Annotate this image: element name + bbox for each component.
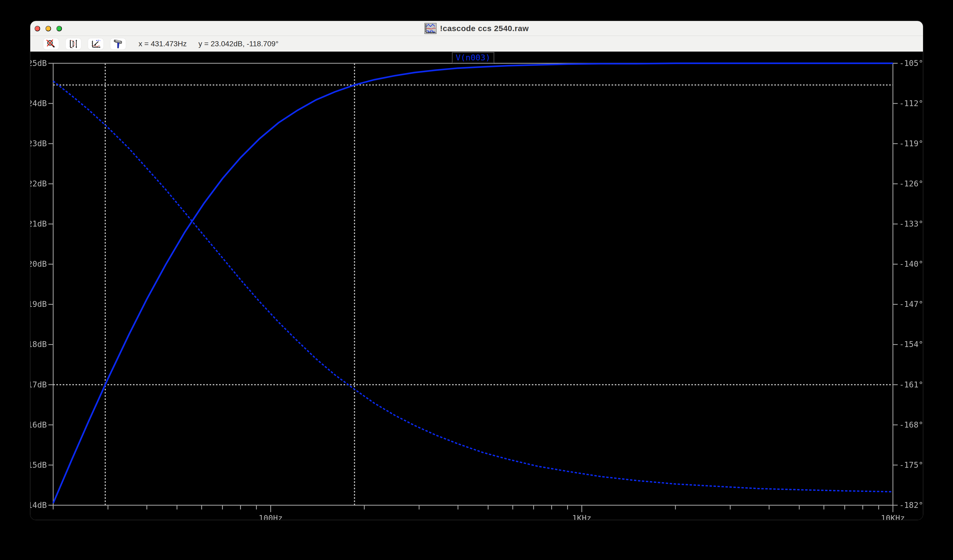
toolbar: x = 431.473Hz y = 23.042dB, -118.709°	[30, 36, 923, 51]
zoom-full-extents-button[interactable]	[43, 38, 59, 50]
cursor-x-readout: x = 431.473Hz	[138, 40, 187, 48]
control-panel-button[interactable]	[110, 38, 126, 50]
desktop-background: !cascode ccs 2540.raw	[0, 0, 953, 560]
traffic-light-group	[30, 21, 62, 36]
autorange-y-button[interactable]	[66, 38, 81, 50]
window-title: !cascode ccs 2540.raw	[440, 24, 529, 33]
waveform-document-icon	[424, 23, 437, 34]
trace-label[interactable]: V(n003)	[452, 52, 494, 63]
zoom-button[interactable]	[56, 26, 62, 31]
cursor-position-readout: x = 431.473Hz y = 23.042dB, -118.709°	[138, 40, 278, 48]
hammer-icon	[113, 39, 123, 48]
plot-canvas[interactable]	[30, 52, 923, 520]
y-axis-autorange-icon	[68, 39, 79, 48]
window-title-group: !cascode ccs 2540.raw	[424, 23, 529, 34]
ltspice-plot-window: !cascode ccs 2540.raw	[30, 21, 923, 520]
close-button[interactable]	[34, 26, 40, 31]
plot-area: V(n003)	[30, 52, 923, 520]
pan-fit-button[interactable]	[88, 38, 104, 50]
magnifier-crossed-icon	[46, 39, 56, 48]
window-titlebar[interactable]: !cascode ccs 2540.raw	[30, 21, 923, 36]
cursor-y-readout: y = 23.042dB, -118.709°	[199, 40, 278, 48]
axes-pan-icon	[90, 39, 101, 48]
minimize-button[interactable]	[45, 26, 51, 31]
